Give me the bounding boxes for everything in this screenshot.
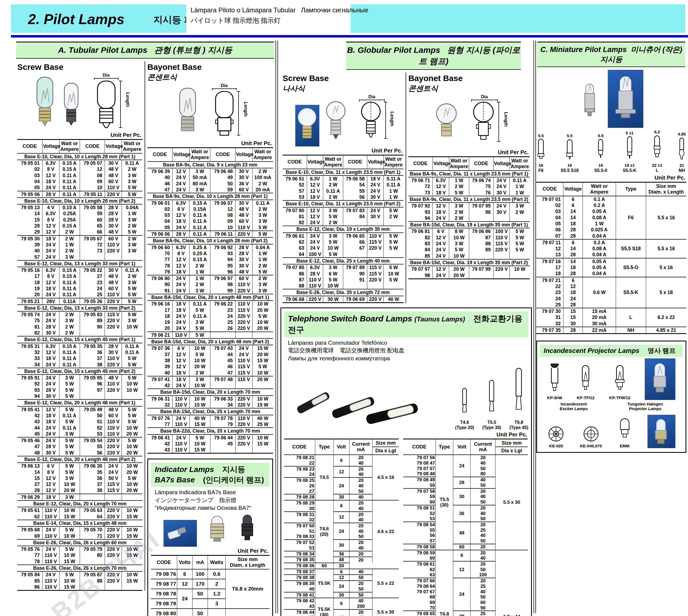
cell: 5 W xyxy=(323,251,343,258)
table-row: 79 05 4112 V5 W79 05 4948 V5 W xyxy=(17,406,143,413)
cell: 40 xyxy=(471,461,495,466)
cell: 77 xyxy=(17,552,42,558)
cell xyxy=(105,393,122,399)
cell: 79 06 33 xyxy=(210,396,235,402)
cell: 24 V xyxy=(42,425,59,431)
cell: 30 V xyxy=(235,263,252,269)
cell xyxy=(493,253,510,259)
table-row: 79 08 21T4.56204.5 x 16 xyxy=(284,455,399,461)
cell: 5 W xyxy=(449,247,469,253)
table-row: 4218 V0.11 A5060 V5 W xyxy=(17,413,143,419)
cell: 96 xyxy=(210,269,235,275)
cell: 3 W xyxy=(59,254,80,260)
cell: 18 V xyxy=(173,307,190,313)
cell: 30 V xyxy=(235,174,252,180)
cell: 14 xyxy=(17,211,42,217)
cell: 90 xyxy=(147,282,173,287)
cell: 24 V xyxy=(42,311,59,317)
cell: 36 V xyxy=(235,181,252,187)
cell: 60 V xyxy=(105,286,122,291)
cell: 12 V xyxy=(42,229,59,235)
cell: 60 xyxy=(403,555,435,561)
cell: 110 V xyxy=(235,224,252,231)
cell: 12 xyxy=(453,561,471,578)
table-row: 88110 V10 W xyxy=(283,283,404,289)
cell: 64 xyxy=(80,513,105,520)
cell: 18 xyxy=(563,264,583,270)
table-row: 79 07 8012 V3 W79 07 8324 V5 W xyxy=(283,207,404,214)
cell: 12 V xyxy=(173,263,190,269)
cell: 79 08 58 xyxy=(403,544,435,550)
column-header: Voltage xyxy=(307,155,323,169)
cell: 79 05 79 xyxy=(80,546,105,552)
cell: 24 xyxy=(563,296,583,302)
cell: 3 W xyxy=(323,233,343,239)
table-row: 79 08 59T6.8 (45)6206.8 x 44 xyxy=(403,550,528,556)
cell: 24 xyxy=(177,589,192,609)
cell xyxy=(510,272,530,279)
cell: 28 V xyxy=(235,244,252,250)
section-title: Base E-26, Clear, Dia. 35 x Length 72 mm xyxy=(283,289,404,296)
cell: 20 W xyxy=(122,450,143,456)
cell: 12 V xyxy=(173,357,190,364)
cell: 24 V xyxy=(367,188,384,194)
cell: 79 05 46 xyxy=(17,437,42,443)
cell: 14 xyxy=(563,208,583,214)
cell: 18 V xyxy=(173,370,190,376)
cell: 0.11 A xyxy=(252,200,273,206)
cell: 10 W xyxy=(510,266,530,272)
cell: 63 xyxy=(283,245,307,251)
cell: 76 xyxy=(469,190,493,196)
cell: 5.5 x 30 xyxy=(372,598,399,616)
cell: 5 W xyxy=(59,526,80,533)
cell xyxy=(80,330,105,336)
cell: 0.11A xyxy=(59,298,80,305)
cell: 79 08 80 xyxy=(151,609,177,616)
cell: 50 xyxy=(349,592,372,598)
table-row: 79 08 29T4.6 (20)6204.6 x 22 xyxy=(284,500,399,506)
section-title: Base BA-9s, Clear, Dia. 11 x Length 23.5… xyxy=(408,196,530,203)
cell: 94 xyxy=(210,257,235,263)
cell: 5 W xyxy=(510,228,530,234)
cell: 24 V xyxy=(235,345,252,351)
cell: 2 W xyxy=(122,273,143,279)
cell: 55 xyxy=(80,443,105,449)
cell: 110 V xyxy=(307,283,323,289)
section-title: Base BA-22d, Clear, Dia, 20 x Length 70 … xyxy=(147,427,273,434)
cell: 25 xyxy=(210,319,235,325)
cell: 24 V xyxy=(42,546,59,552)
cell: 0.15 A xyxy=(190,200,210,206)
cell: 15 W xyxy=(59,513,80,520)
projector-emm: EMM xyxy=(617,418,632,448)
cell: 24 V xyxy=(493,203,510,209)
cell: 20 W xyxy=(449,272,469,279)
table-row: 79 05 6824 V5 W79 05 70220 V10 W xyxy=(17,526,143,533)
section-title: Base BA-9s, Clear, Dia. 10 x Length 28 m… xyxy=(147,193,273,200)
length-label: Length xyxy=(243,102,248,116)
cell: 79 07 83 xyxy=(343,207,367,214)
cell: 28 V xyxy=(105,217,122,223)
table-row: 4024 V2 W73220 V3 W xyxy=(17,248,143,254)
cell: 89 xyxy=(469,247,493,253)
cell: 12 xyxy=(177,609,192,616)
cell: 04 xyxy=(147,218,173,224)
table-row: 79 05 61110 V10 W79 05 63220 V10 W xyxy=(17,507,143,513)
cell: 220 V xyxy=(105,443,122,449)
cell: 54 xyxy=(343,182,367,188)
cell: 3 W xyxy=(122,280,143,286)
cell: 93 xyxy=(408,209,433,215)
cell: 1 W xyxy=(583,221,616,227)
table-row: 7212 V2 W7524 V1 W xyxy=(408,183,530,190)
cell: S5.5 S18 xyxy=(616,239,646,258)
cell: 40 xyxy=(349,529,372,534)
b-screw-subcolumn: Screw Base 나사식 Dia Length Unit Per Pc. C… xyxy=(280,72,406,303)
projector-title: Incandescent Projector Lamps영사 램프 xyxy=(540,345,683,357)
cell: 63 xyxy=(403,572,435,578)
table-row: 9824 V20 W xyxy=(408,272,530,279)
cell: 110 V xyxy=(105,419,122,425)
cell: 50 xyxy=(471,567,495,572)
header-rule xyxy=(11,35,688,38)
cell xyxy=(105,494,122,501)
cell: 84 xyxy=(343,214,367,220)
cell: 42 xyxy=(17,413,42,419)
